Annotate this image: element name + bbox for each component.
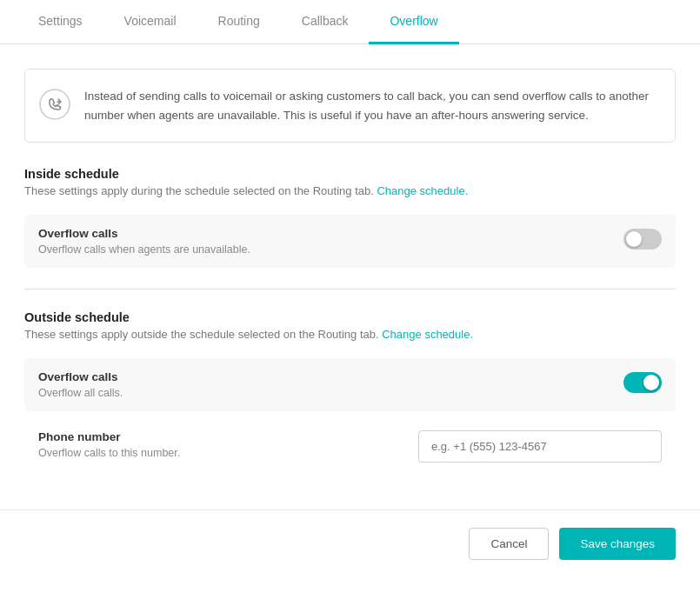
tab-voicemail[interactable]: Voicemail [103, 0, 197, 44]
tab-settings[interactable]: Settings [17, 0, 103, 44]
tab-callback[interactable]: Callback [281, 0, 370, 44]
outside-overflow-calls-label: Overflow calls [38, 370, 123, 383]
inside-overflow-toggle[interactable] [623, 229, 662, 250]
inside-overflow-calls-sublabel: Overflow calls when agents are unavailab… [38, 243, 250, 256]
inside-overflow-calls-label: Overflow calls [38, 227, 250, 240]
phone-number-sublabel: Overflow calls to this number. [38, 447, 180, 459]
svg-point-0 [40, 90, 70, 119]
phone-number-info: Phone number Overflow calls to this numb… [38, 430, 180, 459]
save-changes-button[interactable]: Save changes [559, 528, 676, 560]
outside-schedule-title: Outside schedule [24, 310, 676, 324]
inside-schedule-title: Inside schedule [24, 167, 676, 181]
footer: Cancel Save changes [0, 509, 700, 577]
info-text: Instead of sending calls to voicemail or… [84, 87, 657, 124]
phone-overflow-icon [39, 89, 70, 120]
info-box: Instead of sending calls to voicemail or… [24, 69, 676, 143]
cancel-button[interactable]: Cancel [469, 528, 549, 560]
outside-schedule-desc: These settings apply outside the schedul… [24, 328, 676, 341]
outside-overflow-calls-info: Overflow calls Overflow all calls. [38, 370, 123, 399]
inside-change-schedule-link[interactable]: Change schedule. [377, 184, 468, 197]
tab-routing[interactable]: Routing [197, 0, 281, 44]
outside-overflow-toggle[interactable] [623, 372, 662, 393]
inside-overflow-calls-row: Overflow calls Overflow calls when agent… [24, 215, 676, 268]
inside-overflow-calls-info: Overflow calls Overflow calls when agent… [38, 227, 250, 256]
phone-number-row: Phone number Overflow calls to this numb… [24, 418, 676, 475]
phone-number-label: Phone number [38, 430, 180, 443]
tab-overflow[interactable]: Overflow [369, 0, 458, 44]
outside-overflow-calls-sublabel: Overflow all calls. [38, 387, 123, 399]
outside-schedule-section: Outside schedule These settings apply ou… [24, 310, 676, 475]
tabs-nav: Settings Voicemail Routing Callback Over… [0, 0, 700, 44]
inside-schedule-desc: These settings apply during the schedule… [24, 184, 676, 197]
main-content: Instead of sending calls to voicemail or… [0, 44, 700, 492]
outside-change-schedule-link[interactable]: Change schedule. [382, 328, 473, 341]
phone-number-input[interactable] [418, 430, 662, 463]
outside-overflow-calls-row: Overflow calls Overflow all calls. [24, 358, 676, 411]
section-divider [24, 289, 676, 290]
inside-schedule-section: Inside schedule These settings apply dur… [24, 167, 676, 268]
